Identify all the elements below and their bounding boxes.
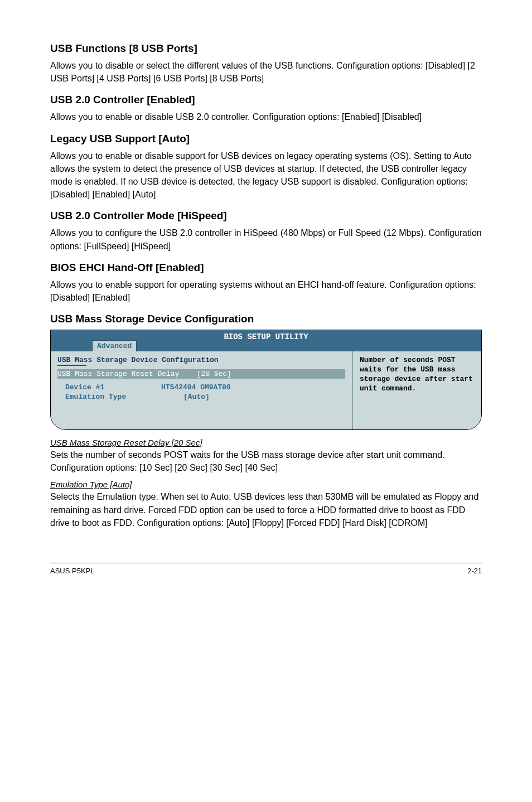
bios-section-title: USB Mass Storage Device Configuration <box>57 356 345 364</box>
bios-screenshot: BIOS SETUP UTILITY Advanced USB Mass Sto… <box>50 330 482 430</box>
footer-right: 2-21 <box>467 567 482 575</box>
bios-body: USB Mass Storage Device Configuration US… <box>51 351 481 429</box>
section-heading-legacy-usb: Legacy USB Support [Auto] <box>50 133 482 145</box>
bios-device-label: Device #1 <box>65 383 161 392</box>
bios-help-text: Number of seconds POST waits for the USB… <box>360 356 473 393</box>
bios-device-value: HTS42404 OM9AT00 <box>161 383 345 392</box>
section-body-bios-ehci: Allows you to enable support for operati… <box>50 278 482 304</box>
bios-help-panel: Number of seconds POST waits for the USB… <box>353 351 481 429</box>
section-body-usb20-mode: Allows you to configure the USB 2.0 cont… <box>50 226 482 252</box>
section-body-usb20-controller: Allows you to enable or disable USB 2.0 … <box>50 110 482 123</box>
bios-selected-value: [20 Sec] <box>197 370 231 378</box>
bios-emulation-value: [Auto] <box>161 393 223 401</box>
section-body-legacy-usb: Allows you to enable or disable support … <box>50 149 482 201</box>
section-heading-usb-mass: USB Mass Storage Device Configuration <box>50 313 482 325</box>
bios-selected-label: USB Mass Storage Reset Delay <box>57 370 179 378</box>
bios-emulation-row: Emulation Type [Auto] <box>57 393 345 401</box>
section-body-usb-functions: Allows you to disable or select the diff… <box>50 59 482 85</box>
bios-tab-advanced: Advanced <box>92 340 137 351</box>
subsection-title-reset-delay: USB Mass Storage Reset Delay [20 Sec] <box>50 438 482 447</box>
footer-left: ASUS P5KPL <box>50 567 95 575</box>
bios-device-row: Device #1 HTS42404 OM9AT00 <box>57 383 345 392</box>
section-heading-bios-ehci: BIOS EHCI Hand-Off [Enabled] <box>50 262 482 274</box>
bios-selected-row: USB Mass Storage Reset Delay [20 Sec] <box>57 369 345 379</box>
section-heading-usb20-mode: USB 2.0 Controller Mode [HiSpeed] <box>50 210 482 222</box>
subsection-body-emulation: Selects the Emulation type. When set to … <box>50 490 482 529</box>
bios-left-panel: USB Mass Storage Device Configuration US… <box>51 351 353 429</box>
subsection-body-reset-delay: Sets the number of seconds POST waits fo… <box>50 448 482 474</box>
subsection-title-emulation: Emulation Type [Auto] <box>50 480 482 489</box>
bios-emulation-label: Emulation Type <box>65 393 161 401</box>
section-heading-usb20-controller: USB 2.0 Controller [Enabled] <box>50 94 482 106</box>
page-footer: ASUS P5KPL 2-21 <box>50 563 482 575</box>
bios-divider <box>57 365 86 366</box>
bios-header: BIOS SETUP UTILITY Advanced <box>51 330 481 351</box>
section-heading-usb-functions: USB Functions [8 USB Ports] <box>50 42 482 55</box>
